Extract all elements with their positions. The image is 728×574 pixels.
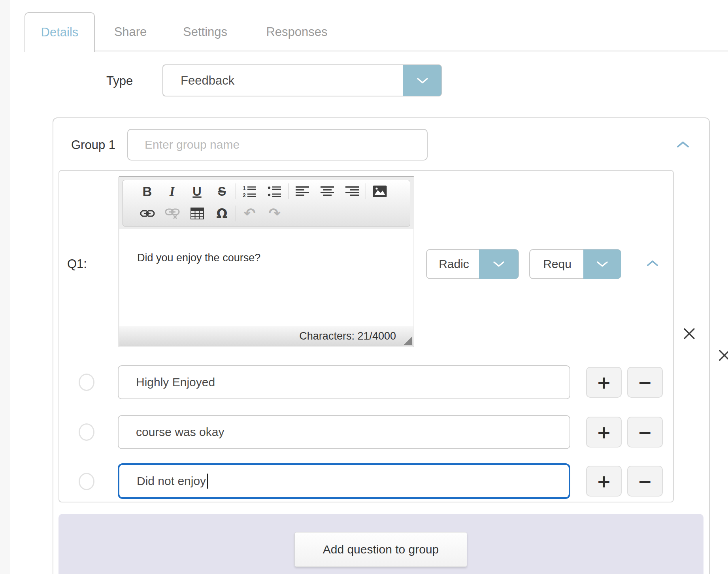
add-question-button[interactable]: Add question to group (294, 532, 467, 567)
add-option-button[interactable]: + (586, 466, 622, 497)
form-builder-page: Details Share Settings Responses Type Fe… (0, 0, 728, 574)
chevron-down-icon (493, 261, 505, 267)
editor-status-bar: Characters: 21/4000 (119, 326, 413, 346)
strikethrough-icon[interactable]: S (209, 182, 234, 201)
left-gutter (0, 0, 10, 574)
add-question-button-label: Add question to group (323, 543, 439, 556)
image-icon[interactable] (367, 182, 392, 201)
align-left-icon[interactable] (290, 182, 315, 201)
svg-text:1: 1 (243, 185, 246, 191)
question-type-select-value: Radic (427, 250, 481, 278)
question-type-dropdown-button[interactable] (479, 249, 519, 279)
option-radio[interactable] (79, 374, 94, 391)
option-input[interactable]: Did not enjoy (118, 463, 570, 499)
italic-icon[interactable]: I (160, 182, 185, 201)
remove-option-button[interactable]: − (627, 466, 663, 497)
chevron-up-icon (647, 260, 658, 266)
delete-question-button[interactable] (683, 328, 695, 341)
remove-option-button[interactable]: − (627, 417, 663, 447)
type-label: Type (106, 74, 133, 88)
minus-icon: − (638, 471, 653, 491)
toolbar-row1: BIUS12 (123, 180, 410, 202)
plus-icon: + (597, 372, 611, 393)
align-right-icon[interactable] (339, 182, 364, 201)
group-label: Group 1 (71, 138, 115, 152)
tab-settings[interactable]: Settings (183, 25, 227, 39)
question-text: Did you enjoy the course? (119, 229, 413, 264)
close-icon (719, 349, 728, 361)
add-option-button[interactable]: + (586, 367, 622, 398)
undo-icon[interactable]: ↶ (237, 204, 262, 223)
toolbar-row2: Ω↶↷ (123, 202, 410, 225)
redo-icon[interactable]: ↷ (262, 204, 287, 223)
type-select-value: Feedback (181, 65, 234, 96)
toolbar-separator (236, 206, 236, 221)
toolbar-separator (288, 183, 289, 199)
character-counter: Characters: 21/4000 (299, 330, 396, 342)
chevron-down-icon (417, 77, 428, 84)
group-collapse-button[interactable] (677, 141, 689, 149)
question-required-select[interactable]: Requ (529, 249, 621, 279)
plus-icon: + (597, 422, 611, 442)
option-radio[interactable] (79, 423, 94, 441)
numbered-list-icon[interactable]: 12 (237, 182, 262, 201)
special-character-icon[interactable]: Ω (209, 204, 234, 223)
table-icon[interactable] (185, 204, 209, 223)
tab-responses[interactable]: Responses (266, 25, 327, 39)
text-cursor (207, 474, 208, 489)
tab-details-label: Details (41, 25, 79, 40)
question-required-select-value: Requ (530, 250, 585, 278)
tab-bar-underline (25, 51, 728, 51)
editor-resize-handle[interactable] (404, 337, 412, 345)
tab-details[interactable]: Details (25, 12, 95, 52)
question-number-label: Q1: (67, 257, 87, 271)
toolbar-separator (366, 183, 366, 199)
question-type-select[interactable]: Radic (426, 249, 519, 279)
tab-share[interactable]: Share (114, 25, 147, 39)
remove-option-button[interactable]: − (627, 367, 663, 398)
toolbar-separator (236, 183, 236, 199)
option-input[interactable] (118, 365, 570, 399)
chevron-down-icon (596, 261, 608, 267)
option-input-text: Did not enjoy (137, 474, 206, 488)
group-name-input[interactable] (127, 129, 428, 160)
type-select-dropdown-button[interactable] (403, 65, 441, 96)
type-select[interactable]: Feedback (162, 64, 442, 96)
question-required-dropdown-button[interactable] (583, 249, 621, 279)
editor-content-area[interactable]: Did you enjoy the course? (119, 229, 413, 326)
chevron-up-icon (677, 141, 689, 148)
option-input[interactable] (118, 415, 570, 449)
align-center-icon[interactable] (315, 182, 339, 201)
unlink-icon[interactable] (160, 204, 185, 223)
option-radio[interactable] (79, 473, 94, 490)
plus-icon: + (597, 471, 611, 491)
editor-toolbar: BIUS12 Ω↶↷ (123, 180, 410, 227)
rich-text-editor: BIUS12 Ω↶↷ Did you enjoy the course? Cha… (119, 176, 414, 347)
minus-icon: − (638, 422, 653, 442)
delete-group-button[interactable] (719, 349, 728, 363)
minus-icon: − (638, 372, 653, 393)
bold-icon[interactable]: B (135, 182, 160, 201)
svg-text:2: 2 (243, 192, 246, 198)
underline-icon[interactable]: U (185, 182, 209, 201)
add-option-button[interactable]: + (586, 417, 622, 447)
question-collapse-button[interactable] (647, 260, 658, 268)
link-icon[interactable] (135, 204, 160, 223)
bulleted-list-icon[interactable] (262, 182, 287, 201)
close-icon (683, 328, 695, 340)
